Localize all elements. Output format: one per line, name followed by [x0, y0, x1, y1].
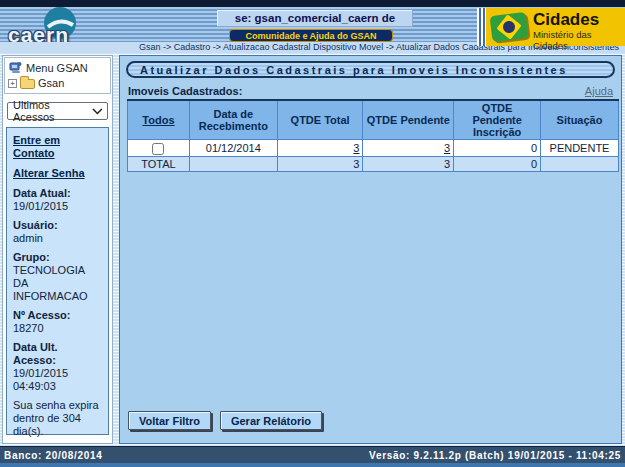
generate-report-button[interactable]: Gerar Relátorio — [220, 411, 322, 430]
menu-gsan-header: Menu GSAN — [7, 61, 108, 74]
change-password-link[interactable]: Alterar Senha — [13, 167, 102, 180]
ministry-logo: Cidades Ministério das Cidades — [477, 8, 625, 46]
app-footer: Banco: 20/08/2014 Versão: 9.2.11.2p (Bat… — [0, 447, 625, 463]
info-last-access: Data Ult. Acesso: 19/01/2015 04:49:03 — [13, 341, 102, 393]
footer-database: Banco: 20/08/2014 — [4, 450, 103, 461]
total-empty-situacao — [541, 157, 619, 172]
total-label: TOTAL — [128, 157, 190, 172]
ministry-subtitle: Ministério das Cidades — [533, 29, 625, 51]
app-header: caern se: gsan_comercial_caern de 03/04/… — [0, 0, 625, 42]
cell-situacao: PENDENTE — [541, 140, 619, 157]
user-info-panel: Entre em Contato Alterar Senha Data Atua… — [6, 127, 109, 435]
total-row: TOTAL 3 3 0 — [128, 157, 619, 172]
info-user: Usuário: admin — [13, 219, 102, 245]
sidebar-item-gsan[interactable]: + Gsan — [7, 77, 108, 89]
main-panel: Atualizar Dados Cadastrais para Imoveis … — [119, 55, 622, 444]
total-qtde-total: 3 — [277, 157, 363, 172]
session-box: se: gsan_comercial_caern de 03/04/2014 — [217, 10, 413, 27]
table-row: 01/12/2014 3 3 0 PENDENTE — [128, 140, 619, 157]
back-filter-button[interactable]: Voltar Filtro — [128, 411, 211, 430]
ministry-title: Cidades — [533, 11, 625, 29]
info-current-date: Data Atual: 19/01/2015 — [13, 187, 102, 213]
help-link[interactable]: Ajuda — [585, 85, 613, 97]
cell-qtde-pendente-inscricao: 0 — [454, 140, 541, 157]
info-access-number: Nº Acesso: 18270 — [13, 309, 102, 335]
recent-access-select-value: Ultimos Acessos — [13, 99, 92, 123]
total-empty-date — [189, 157, 277, 172]
total-qtde-pendente-inscricao: 0 — [454, 157, 541, 172]
tree-expand-icon[interactable]: + — [8, 79, 17, 88]
menu-gsan-label: Menu GSAN — [26, 62, 88, 74]
contact-link[interactable]: Entre em Contato — [13, 134, 102, 160]
select-all-link[interactable]: Todos — [142, 114, 174, 126]
column-header-qtde-total: QTDE Total — [277, 100, 363, 140]
data-table: Todos Data de Recebimento QTDE Total QTD… — [127, 99, 619, 172]
section-label: Imoveis Cadastrados: — [128, 85, 242, 97]
column-header-date: Data de Recebimento — [189, 100, 277, 140]
info-group: Grupo: TECNOLOGIA DA INFORMACAO — [13, 251, 102, 303]
sidebar: Menu GSAN + Gsan Ultimos Acessos Entre e… — [2, 55, 113, 444]
total-qtde-pendente: 3 — [363, 157, 454, 172]
table-header-row: Todos Data de Recebimento QTDE Total QTD… — [128, 100, 619, 140]
chevron-down-icon — [92, 107, 103, 115]
folder-icon — [20, 79, 35, 89]
recent-access-select[interactable]: Ultimos Acessos — [7, 102, 108, 120]
tree-item-label: Gsan — [38, 77, 64, 89]
column-header-qtde-pendente-inscricao: QTDE Pendente Inscrição — [454, 100, 541, 140]
row-checkbox[interactable] — [152, 143, 164, 155]
qtde-total-link[interactable]: 3 — [353, 142, 359, 154]
bottom-strip-decoration — [0, 463, 625, 467]
column-header-qtde-pendente: QTDE Pendente — [363, 100, 454, 140]
page-title: Atualizar Dados Cadastrais para Imoveis … — [126, 61, 615, 78]
footer-version: Versão: 9.2.11.2p (Batch) 19/01/2015 - 1… — [369, 450, 621, 461]
menu-tree-box: Menu GSAN + Gsan — [4, 57, 111, 94]
ministry-stripes-decoration — [477, 8, 486, 46]
menu-gsan-icon — [9, 61, 22, 74]
cell-date: 01/12/2014 — [189, 140, 277, 157]
brazil-flag-icon — [490, 12, 529, 42]
password-expiry-note: Sua senha expira dentro de 304 dia(s). — [13, 399, 102, 438]
qtde-pendente-link[interactable]: 3 — [444, 142, 450, 154]
column-header-situacao: Situação — [541, 100, 619, 140]
community-help-link[interactable]: Comunidade e Ajuda do GSAN — [229, 29, 393, 42]
